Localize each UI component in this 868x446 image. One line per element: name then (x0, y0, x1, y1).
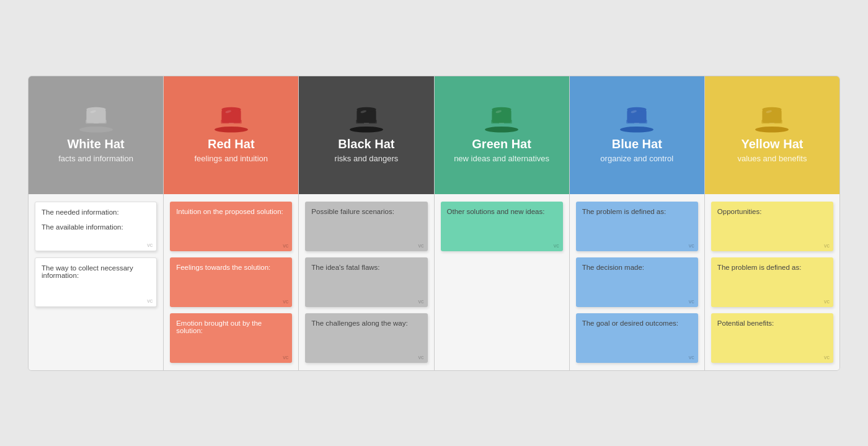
blue-card-2[interactable]: The goal or desired outcomes: (576, 313, 698, 363)
column-white: White Hat facts and information The need… (29, 76, 164, 370)
black-card-0[interactable]: Possible failure scenarios: (305, 202, 427, 251)
red-card-0[interactable]: Intuition on the proposed solution: (170, 202, 292, 251)
green-body: Other solutions and new ideas: (435, 194, 569, 370)
black-title: Black Hat (338, 136, 394, 151)
column-red: Red Hat feelings and intuition Intuition… (164, 76, 299, 370)
red-card-2[interactable]: Emotion brought out by the solution: (170, 313, 292, 363)
svg-point-10 (221, 107, 241, 112)
svg-point-18 (485, 127, 518, 133)
yellow-card-1[interactable]: The problem is defined as: (711, 257, 833, 307)
black-subtitle: risks and dangers (335, 154, 399, 163)
black-body: Possible failure scenarios:The idea's fa… (299, 194, 433, 370)
svg-point-24 (620, 127, 653, 133)
red-card-1[interactable]: Feelings towards the solution: (170, 257, 292, 307)
column-yellow: Yellow Hat values and benefits Opportuni… (705, 76, 839, 370)
black-card-1[interactable]: The idea's fatal flaws: (305, 257, 427, 307)
blue-card-0[interactable]: The problem is defined as: (576, 202, 698, 251)
yellow-title: Yellow Hat (741, 136, 803, 151)
svg-point-28 (627, 107, 647, 112)
yellow-header: Yellow Hat values and benefits (705, 76, 839, 194)
yellow-card-2[interactable]: Potential benefits: (711, 313, 833, 363)
white-card-0[interactable]: The needed information:The available inf… (35, 202, 157, 251)
six-hats-board: White Hat facts and information The need… (28, 76, 840, 371)
yellow-subtitle: values and benefits (737, 154, 807, 163)
white-body: The needed information:The available inf… (29, 194, 163, 370)
column-green: Green Hat new ideas and alternatives Oth… (435, 76, 570, 370)
svg-point-34 (763, 107, 782, 112)
white-card-1[interactable]: The way to collect necessary information… (35, 257, 157, 307)
white-title: White Hat (67, 136, 124, 151)
yellow-body: Opportunities:The problem is defined as:… (705, 194, 839, 370)
red-subtitle: feelings and intuition (194, 154, 268, 163)
red-body: Intuition on the proposed solution:Feeli… (164, 194, 298, 370)
svg-point-0 (79, 127, 113, 133)
blue-title: Blue Hat (612, 136, 662, 151)
green-card-0[interactable]: Other solutions and new ideas: (441, 202, 563, 251)
black-header: Black Hat risks and dangers (299, 76, 433, 194)
blue-subtitle: organize and control (600, 154, 673, 163)
red-header: Red Hat feelings and intuition (164, 76, 298, 194)
svg-point-22 (492, 107, 511, 112)
blue-body: The problem is defined as:The decision m… (570, 194, 704, 370)
blue-header: Blue Hat organize and control (570, 76, 704, 194)
yellow-card-0[interactable]: Opportunities: (711, 202, 833, 251)
green-title: Green Hat (472, 136, 531, 151)
column-black: Black Hat risks and dangers Possible fai… (299, 76, 434, 370)
svg-point-12 (350, 127, 383, 133)
green-subtitle: new ideas and alternatives (454, 154, 549, 163)
white-header: White Hat facts and information (29, 76, 163, 194)
green-header: Green Hat new ideas and alternatives (435, 76, 569, 194)
column-blue: Blue Hat organize and control The proble… (570, 76, 705, 370)
svg-point-30 (755, 127, 789, 133)
blue-card-1[interactable]: The decision made: (576, 257, 698, 307)
svg-point-16 (356, 107, 376, 112)
white-subtitle: facts and information (58, 154, 133, 163)
svg-point-6 (215, 127, 248, 133)
black-card-2[interactable]: The challenges along the way: (305, 313, 427, 363)
svg-point-4 (86, 107, 105, 112)
red-title: Red Hat (208, 136, 255, 151)
